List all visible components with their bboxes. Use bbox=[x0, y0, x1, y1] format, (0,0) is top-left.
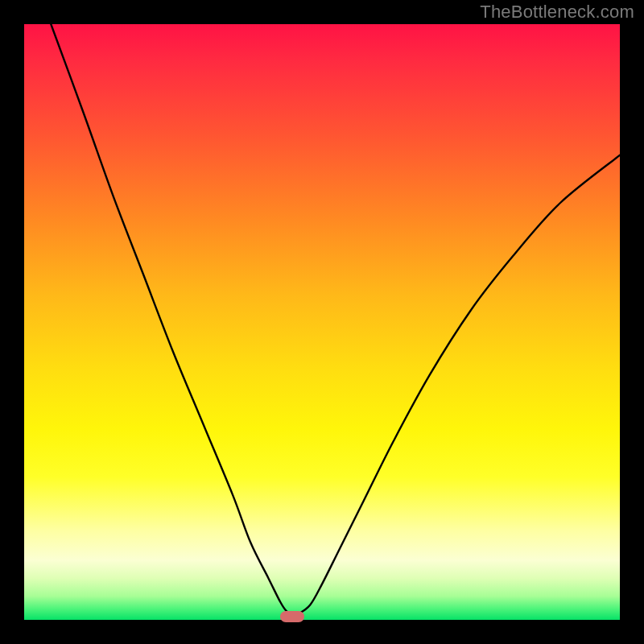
chart-plot-area bbox=[24, 24, 620, 620]
chart-frame: TheBottleneck.com bbox=[0, 0, 644, 644]
watermark-text: TheBottleneck.com bbox=[480, 2, 634, 23]
